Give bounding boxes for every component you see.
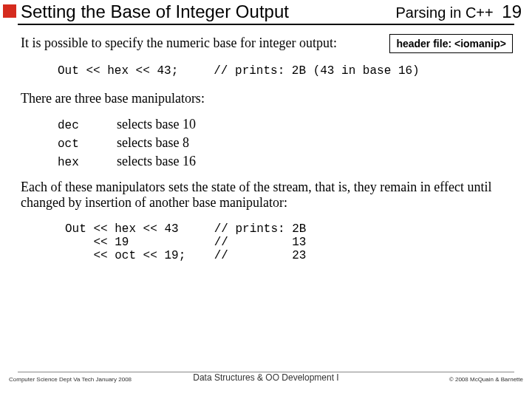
manip-key: dec [58, 119, 117, 132]
footer-right: © 2008 McQuain & Barnette [449, 376, 523, 383]
page-number: 19 [502, 1, 522, 21]
paragraph-state: Each of these manipulators sets the stat… [21, 180, 514, 211]
manipulator-list: dec selects base 10 oct selects base 8 h… [58, 117, 514, 169]
slide: Setting the Base of Integer Output Parsi… [0, 0, 532, 399]
list-item: oct selects base 8 [58, 135, 514, 151]
code-example-2: Out << hex << 43 // prints: 2B << 19 // … [65, 222, 514, 262]
page-title: Setting the Base of Integer Output [21, 1, 289, 22]
manip-desc: selects base 8 [117, 135, 189, 151]
header-right: Parsing in C++ 19 [395, 1, 522, 22]
manip-key: oct [58, 137, 117, 151]
footer: Computer Science Dept Va Tech January 20… [0, 371, 532, 392]
accent-square [3, 4, 16, 18]
paragraph-manipulators: There are three base manipulators: [21, 91, 514, 106]
header-file-box: header file: <iomanip> [389, 34, 513, 53]
list-item: hex selects base 16 [58, 154, 514, 169]
slide-body: It is possible to specify the numeric ba… [21, 35, 514, 262]
code-example-1: Out << hex << 43; // prints: 2B (43 in b… [58, 64, 514, 78]
manip-desc: selects base 16 [117, 154, 196, 169]
course-name: Parsing in C++ [395, 4, 493, 21]
title-rule [18, 24, 514, 25]
manip-key: hex [58, 156, 117, 169]
list-item: dec selects base 10 [58, 117, 514, 132]
manip-desc: selects base 10 [117, 117, 196, 132]
